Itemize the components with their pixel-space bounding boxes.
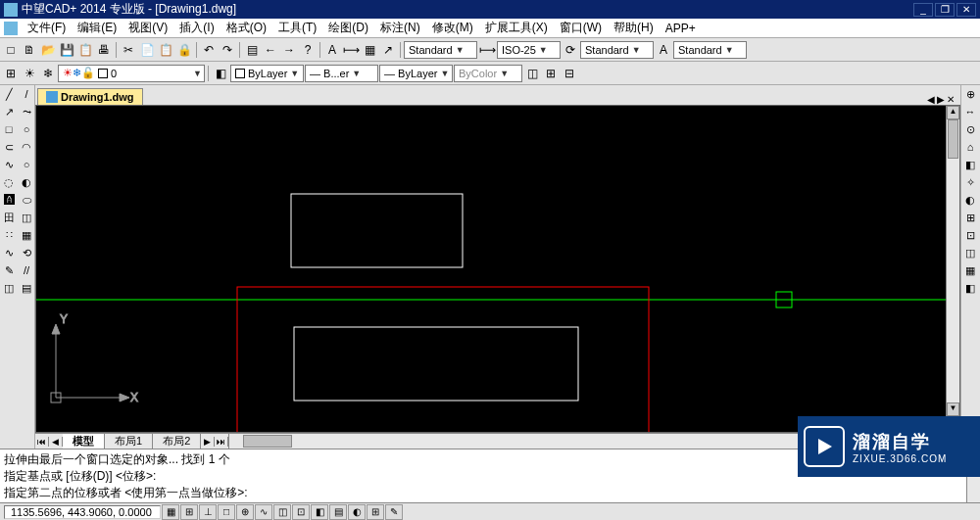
fillet-icon[interactable]: ◧ bbox=[961, 279, 979, 297]
drawing-canvas[interactable] bbox=[36, 106, 959, 432]
paste-icon[interactable]: 📋 bbox=[157, 41, 174, 59]
sc-toggle[interactable]: ◐ bbox=[348, 504, 366, 520]
menu-window[interactable]: 窗口(W) bbox=[554, 18, 608, 38]
scroll-up-icon[interactable]: ▲ bbox=[947, 106, 959, 119]
prop-icon3[interactable]: ⊟ bbox=[561, 65, 578, 82]
new-icon[interactable]: □ bbox=[2, 41, 20, 59]
scroll-v-thumb[interactable] bbox=[948, 119, 958, 159]
prev-icon[interactable]: ← bbox=[262, 41, 279, 59]
coordinate-display[interactable]: 1135.5696, 443.9060, 0.0000 bbox=[4, 505, 161, 519]
xline-icon[interactable]: ↗ bbox=[0, 103, 18, 120]
scroll-down-icon[interactable]: ▼ bbox=[947, 402, 959, 416]
style-icon[interactable]: A bbox=[323, 41, 341, 59]
menu-modify[interactable]: 修改(M) bbox=[426, 18, 479, 38]
saveas-icon[interactable]: 📋 bbox=[76, 41, 94, 59]
layout-tab-layout1[interactable]: 布局1 bbox=[105, 434, 153, 449]
prop-icon1[interactable]: ◫ bbox=[523, 65, 541, 82]
entity-rect-2[interactable] bbox=[294, 327, 578, 401]
stretch-icon[interactable]: ⊞ bbox=[961, 209, 979, 226]
help-icon[interactable]: ? bbox=[299, 41, 317, 59]
ellipsearc-icon[interactable]: ◐ bbox=[18, 173, 35, 191]
wipeout-icon[interactable]: ▤ bbox=[18, 279, 35, 297]
otrack-toggle[interactable]: ∿ bbox=[255, 504, 272, 520]
menu-tools[interactable]: 工具(T) bbox=[272, 18, 322, 38]
layer-manager-icon[interactable]: ⊞ bbox=[2, 65, 20, 82]
hatch-icon[interactable]: ▦ bbox=[18, 226, 35, 244]
pline-icon[interactable]: ⤳ bbox=[18, 103, 35, 120]
arc-icon[interactable]: ⊂ bbox=[0, 138, 18, 156]
donut-icon[interactable]: ◌ bbox=[0, 173, 18, 191]
extend-icon[interactable]: ◫ bbox=[961, 244, 979, 261]
rect-icon[interactable]: □ bbox=[0, 120, 18, 138]
layout-nav-first[interactable]: ⏮ bbox=[35, 437, 49, 447]
mline-icon[interactable]: // bbox=[18, 261, 35, 279]
line-icon[interactable]: ╱ bbox=[0, 85, 18, 103]
ellipse-icon[interactable]: ○ bbox=[18, 156, 35, 173]
lwt-toggle[interactable]: ◫ bbox=[273, 504, 291, 520]
linetype-combo[interactable]: — B...er▼ bbox=[305, 65, 378, 82]
lineweight-combo[interactable]: — ByLayer▼ bbox=[379, 65, 453, 82]
copy-icon[interactable]: 📄 bbox=[138, 41, 156, 59]
circle-icon[interactable]: ○ bbox=[18, 120, 35, 138]
undo-icon[interactable]: ↶ bbox=[200, 41, 218, 59]
cut-icon[interactable]: ✂ bbox=[120, 41, 137, 59]
layer-combo[interactable]: ☀❄🔓 0▼ bbox=[58, 65, 205, 82]
close-button[interactable]: ✕ bbox=[956, 3, 976, 17]
mleader-icon[interactable]: ↗ bbox=[379, 41, 397, 59]
prop-icon2[interactable]: ⊞ bbox=[542, 65, 560, 82]
save-icon[interactable]: 💾 bbox=[58, 41, 75, 59]
next-icon[interactable]: → bbox=[280, 41, 298, 59]
textstyle-combo[interactable]: Standard▼ bbox=[580, 41, 654, 59]
snap-toggle[interactable]: ▦ bbox=[162, 504, 179, 520]
scroll-h-thumb[interactable] bbox=[243, 435, 292, 448]
new-sheet-icon[interactable]: 🗎 bbox=[21, 41, 38, 59]
plotstyle-combo[interactable]: ByColor▼ bbox=[454, 65, 522, 82]
tab-prev-icon[interactable]: ◀ bbox=[927, 94, 935, 105]
menu-express[interactable]: 扩展工具(X) bbox=[479, 18, 554, 38]
wcs-toggle[interactable]: ⊞ bbox=[367, 504, 384, 520]
tablestyle-combo[interactable]: Standard▼ bbox=[673, 41, 747, 59]
text-icon[interactable]: 🅰 bbox=[0, 191, 18, 209]
table-icon[interactable]: ▦ bbox=[361, 41, 378, 59]
dimset-combo[interactable]: ISO-25▼ bbox=[497, 41, 561, 59]
ortho-toggle[interactable]: ⊥ bbox=[199, 504, 217, 520]
update-icon[interactable]: ⟳ bbox=[562, 41, 579, 59]
table-draw-icon[interactable]: 田 bbox=[0, 209, 18, 226]
rotate-icon[interactable]: ⊙ bbox=[961, 120, 979, 138]
boundary-icon[interactable]: ◫ bbox=[0, 279, 18, 297]
print-icon[interactable]: 🖶 bbox=[95, 41, 113, 59]
menu-insert[interactable]: 插入(I) bbox=[173, 18, 220, 38]
layout-nav-next[interactable]: ▶ bbox=[201, 437, 215, 447]
arc2-icon[interactable]: ◠ bbox=[18, 138, 35, 156]
text-tool-icon[interactable]: A bbox=[655, 41, 672, 59]
dim-icon[interactable]: ⟼ bbox=[342, 41, 360, 59]
mirror-icon[interactable]: ⌂ bbox=[961, 138, 979, 156]
offset-icon[interactable]: ◧ bbox=[961, 156, 979, 173]
spline-icon[interactable]: ∿ bbox=[0, 156, 18, 173]
entity-rect-1[interactable] bbox=[291, 194, 463, 267]
menu-format[interactable]: 格式(O) bbox=[220, 18, 272, 38]
color-icon[interactable]: ◧ bbox=[212, 65, 229, 82]
grid-toggle[interactable]: ⊞ bbox=[180, 504, 198, 520]
menu-dimension[interactable]: 标注(N) bbox=[374, 18, 426, 38]
viewport-v-scrollbar[interactable]: ▲ ▼ bbox=[946, 106, 959, 416]
layout-nav-prev[interactable]: ◀ bbox=[49, 437, 63, 447]
layer-filter-icon[interactable]: ❄ bbox=[39, 65, 57, 82]
trim-icon[interactable]: ⊡ bbox=[961, 226, 979, 244]
block-icon[interactable]: ◫ bbox=[18, 209, 35, 226]
model-viewport[interactable]: Y X ▲ ▼ bbox=[35, 105, 960, 433]
ann-toggle[interactable]: ✎ bbox=[385, 504, 403, 520]
move-icon[interactable]: ⊕ bbox=[961, 85, 979, 103]
osnap-toggle[interactable]: ⊕ bbox=[236, 504, 254, 520]
doc-tab-drawing1[interactable]: Drawing1.dwg bbox=[37, 88, 143, 105]
menu-file[interactable]: 文件(F) bbox=[22, 18, 72, 38]
menu-help[interactable]: 帮助(H) bbox=[608, 18, 660, 38]
match-icon[interactable]: 🔒 bbox=[175, 41, 193, 59]
menu-draw[interactable]: 绘图(D) bbox=[322, 18, 374, 38]
menu-appplus[interactable]: APP+ bbox=[660, 20, 702, 37]
polar-toggle[interactable]: □ bbox=[218, 504, 235, 520]
model-toggle[interactable]: ◧ bbox=[311, 504, 328, 520]
minimize-button[interactable]: _ bbox=[913, 3, 933, 17]
app-menu-icon[interactable] bbox=[4, 22, 18, 35]
open-icon[interactable]: 📂 bbox=[39, 41, 57, 59]
